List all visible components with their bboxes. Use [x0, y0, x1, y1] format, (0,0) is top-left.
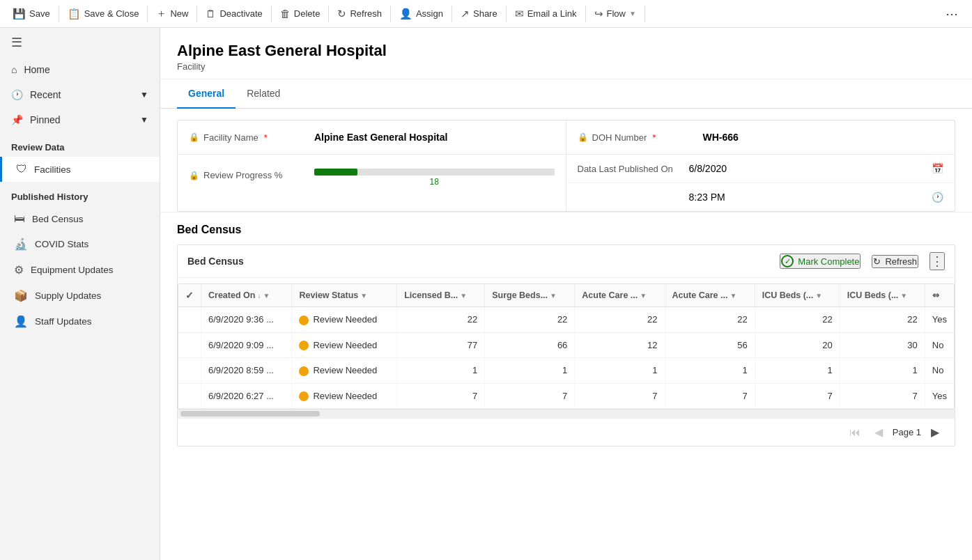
page-first-button[interactable]: ⏮	[845, 425, 865, 440]
hamburger-menu[interactable]: ☰	[0, 28, 160, 57]
tab-related[interactable]: Related	[236, 79, 291, 109]
row-icu1-2: 1	[755, 358, 840, 384]
status-pending-icon	[299, 316, 309, 325]
col-surge-beds[interactable]: Surge Beds... ▼	[485, 284, 575, 307]
sidebar-item-facilities[interactable]: 🛡 Facilities	[0, 157, 160, 182]
row-acute2-2: 1	[665, 358, 755, 384]
separator	[59, 6, 59, 22]
covid-stats-label: COVID Stats	[35, 239, 88, 249]
sidebar-item-recent[interactable]: 🕐 Recent ▼	[0, 82, 160, 107]
new-button[interactable]: ＋ New	[149, 4, 195, 23]
recent-chevron-icon: ▼	[140, 90, 148, 100]
table-body: 6/9/2020 9:36 ... Review Needed 22 22 22…	[178, 307, 954, 409]
col-acute-care1[interactable]: Acute Care ... ▼	[575, 284, 665, 307]
supply-updates-icon: 📦	[14, 289, 28, 302]
review-progress-label: 🔒 Review Progress %	[189, 166, 314, 180]
horizontal-scrollbar[interactable]	[178, 410, 955, 418]
refresh-button[interactable]: ↻ Refresh	[330, 5, 389, 23]
assign-button[interactable]: 👤 Assign	[392, 5, 450, 23]
flow-button[interactable]: ↪ Flow ▼	[587, 5, 643, 23]
page-next-button[interactable]: ▶	[927, 424, 943, 440]
deactivate-button[interactable]: 🗒 Deactivate	[199, 5, 269, 22]
sidebar-item-covid-stats[interactable]: 🔬 COVID Stats	[0, 231, 160, 257]
row-acute2-1: 56	[665, 332, 755, 358]
row-check-3[interactable]	[178, 383, 201, 409]
table-row[interactable]: 6/9/2020 6:27 ... Review Needed 7 7 7 7 …	[178, 383, 954, 409]
deactivate-label: Deactivate	[219, 8, 262, 19]
col-icu-beds2[interactable]: ICU Beds (... ▼	[840, 284, 925, 307]
equipment-updates-label: Equipment Updates	[31, 265, 114, 275]
bed-census-refresh-button[interactable]: ↻ Refresh	[872, 255, 918, 268]
table-row[interactable]: 6/9/2020 9:09 ... Review Needed 77 66 12…	[178, 332, 954, 358]
row-check-2[interactable]	[178, 358, 201, 384]
row-check-0[interactable]	[178, 307, 201, 333]
sidebar-item-equipment-updates[interactable]: ⚙ Equipment Updates	[0, 257, 160, 283]
facility-name-label: 🔒 Facility Name *	[189, 132, 314, 143]
clock-icon[interactable]: 🕐	[932, 192, 943, 203]
lock-icon: 🔒	[189, 132, 199, 142]
status-pending-icon	[299, 366, 309, 376]
separator	[328, 6, 329, 22]
acute-care1-chevron-icon: ▼	[640, 292, 647, 300]
pinned-chevron-icon: ▼	[140, 115, 148, 125]
assign-label: Assign	[416, 8, 443, 19]
progress-bar-container: 18	[314, 166, 555, 187]
col-acute-care2[interactable]: Acute Care ... ▼	[665, 284, 755, 307]
sidebar-item-pinned[interactable]: 📌 Pinned ▼	[0, 107, 160, 132]
col-resize[interactable]: ⇔	[925, 284, 954, 307]
row-icu2-2: 1	[840, 358, 925, 384]
pagination: ⏮ ◀ Page 1 ▶	[178, 418, 955, 446]
row-extra-2: No	[925, 358, 954, 384]
row-licensed-3: 7	[397, 383, 485, 409]
sidebar-item-staff-updates[interactable]: 👤 Staff Updates	[0, 309, 160, 334]
recent-label: Recent	[30, 89, 61, 100]
check-icon: ✓	[185, 290, 194, 301]
sidebar-item-bed-census[interactable]: 🛏 Bed Census	[0, 206, 160, 231]
row-status-2: Review Needed	[292, 358, 397, 384]
row-icu2-1: 30	[840, 332, 925, 358]
row-icu1-0: 22	[755, 307, 840, 333]
deactivate-icon: 🗒	[206, 8, 216, 20]
home-label: Home	[24, 64, 49, 75]
row-acute1-0: 22	[575, 307, 665, 333]
data-published-label: Data Last Published On	[578, 164, 689, 174]
sort-asc-icon: ↓	[257, 292, 261, 300]
page-prev-button[interactable]: ◀	[870, 424, 887, 440]
progress-bar-fill	[314, 169, 357, 176]
share-button[interactable]: ↗ Share	[454, 5, 504, 23]
bed-census-more-button[interactable]: ⋮	[929, 252, 945, 270]
sidebar-item-home[interactable]: ⌂ Home	[0, 57, 160, 82]
sidebar-item-supply-updates[interactable]: 📦 Supply Updates	[0, 283, 160, 309]
col-icu-beds1[interactable]: ICU Beds (... ▼	[755, 284, 840, 307]
col-review-status[interactable]: Review Status ▼	[292, 284, 397, 307]
pinned-icon: 📌	[11, 114, 23, 125]
row-created-on-3: 6/9/2020 6:27 ...	[201, 383, 292, 409]
save-button[interactable]: 💾 Save	[6, 5, 57, 23]
col-licensed-b[interactable]: Licensed B... ▼	[397, 284, 485, 307]
tab-general[interactable]: General	[177, 79, 236, 109]
separator	[196, 6, 197, 22]
mark-complete-button[interactable]: ✓ Mark Complete	[780, 254, 861, 269]
row-check-1[interactable]	[178, 332, 201, 358]
table-row[interactable]: 6/9/2020 8:59 ... Review Needed 1 1 1 1 …	[178, 358, 954, 384]
more-button[interactable]: ⋯	[939, 3, 966, 24]
col-created-on[interactable]: Created On ↓ ▼	[201, 284, 292, 307]
record-subtitle: Facility	[177, 61, 955, 72]
record-title: Alpine East General Hospital	[177, 42, 955, 60]
sidebar: ☰ ⌂ Home 🕐 Recent ▼ 📌 Pinned ▼ Review Da…	[0, 28, 160, 560]
toolbar: 💾 Save 📋 Save & Close ＋ New 🗒 Deactivate…	[0, 0, 972, 28]
delete-button[interactable]: 🗑 Delete	[273, 5, 327, 22]
facilities-icon: 🛡	[16, 163, 27, 176]
table-row[interactable]: 6/9/2020 9:36 ... Review Needed 22 22 22…	[178, 307, 954, 333]
save-close-button[interactable]: 📋 Save & Close	[61, 5, 146, 23]
form-section: 🔒 Facility Name * Alpine East General Ho…	[160, 109, 972, 212]
bed-census-actions: ✓ Mark Complete ↻ Refresh ⋮	[780, 252, 945, 270]
icu-beds2-chevron-icon: ▼	[900, 292, 907, 300]
bed-census-refresh-label: Refresh	[885, 256, 917, 267]
flow-label: Flow	[607, 8, 626, 19]
save-close-label: Save & Close	[84, 8, 139, 19]
doh-number-row: 🔒 DOH Number * WH-666	[566, 120, 955, 155]
calendar-icon[interactable]: 📅	[932, 163, 943, 174]
email-button[interactable]: ✉ Email a Link	[508, 5, 584, 23]
row-acute1-1: 12	[575, 332, 665, 358]
